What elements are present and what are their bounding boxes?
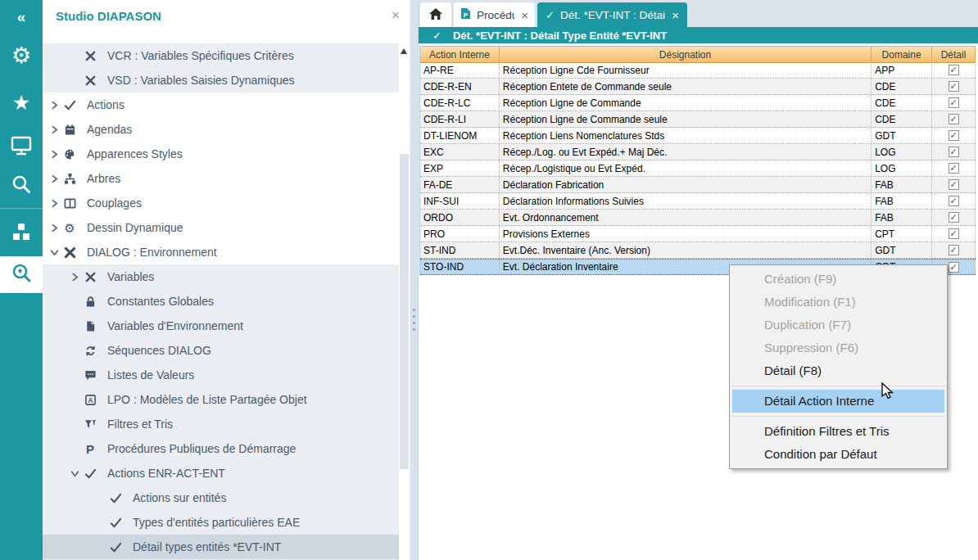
- detail-checkbox[interactable]: ✓: [949, 228, 959, 239]
- tree-item-dialog-env[interactable]: DIALOG : Environnement: [43, 240, 399, 264]
- tools-icon: [61, 246, 79, 259]
- table-row[interactable]: EXC Récep./Log. ou Evt Expéd.+ Maj Déc. …: [420, 144, 976, 160]
- detail-checkbox[interactable]: ✓: [949, 179, 959, 190]
- tree-item-listes[interactable]: Listes de Valeurs: [43, 363, 399, 387]
- sidebar-close-button[interactable]: ×: [392, 7, 400, 24]
- detail-checkbox[interactable]: ✓: [949, 97, 959, 108]
- table-row[interactable]: EXP Récep./Logistique ou Evt Expéd. LOG …: [420, 160, 976, 177]
- detail-checkbox[interactable]: ✓: [949, 196, 959, 206]
- tree-item-constantes[interactable]: Constantes Globales: [43, 289, 399, 314]
- chevron-right-icon[interactable]: [48, 125, 61, 134]
- letter-p-icon: P: [81, 442, 99, 456]
- table-row[interactable]: AP-RE Réception Ligne Cde Fournisseur AP…: [420, 62, 976, 79]
- table-row[interactable]: INF-SUI Déclaration Informations Suivies…: [420, 193, 976, 210]
- table-row[interactable]: ST-IND Evt.Déc. Inventaire (Anc. Version…: [420, 242, 976, 259]
- cell-domain: GDT: [872, 128, 932, 143]
- menu-item-definition-filtres[interactable]: Définition Filtres et Tris: [730, 420, 947, 443]
- cell-designation: Récep./Logistique ou Evt Expéd.: [500, 160, 872, 176]
- context-menu: Création (F9) Modification (F1) Duplicat…: [729, 264, 948, 469]
- cell-domain: LOG: [872, 160, 932, 176]
- rail-item-search[interactable]: [0, 175, 43, 196]
- rail-item-wheel[interactable]: ⚙: [0, 44, 43, 67]
- tab-detail-evt-int-active[interactable]: ✓ Dét. *EVT-INT : Détail Ty... ×: [537, 2, 687, 27]
- chevron-right-icon[interactable]: [48, 199, 61, 208]
- tree-item-couplages[interactable]: Couplages: [43, 191, 399, 215]
- tree-item-vcr[interactable]: VCR : Variables Spécifiques Critères: [43, 43, 399, 68]
- panel-splitter[interactable]: [410, 0, 419, 560]
- cell-code: CDE-R-LI: [420, 111, 500, 127]
- table-row[interactable]: FA-DE Déclaration Fabrication FAB ✓: [420, 177, 976, 193]
- rail-item-favorites[interactable]: ★: [0, 92, 43, 113]
- tree-item-label: Séquences DIALOG: [107, 344, 211, 357]
- detail-checkbox[interactable]: ✓: [949, 245, 959, 255]
- sidebar-scrollbar[interactable]: [399, 43, 410, 560]
- column-header[interactable]: Domaine: [872, 47, 932, 63]
- tree-item-arbres[interactable]: Arbres: [43, 166, 399, 191]
- tab-procedures[interactable]: P Procédures ×: [454, 2, 535, 27]
- monitor-icon: [11, 136, 32, 159]
- sidebar-title: Studio DIAPASON: [56, 9, 161, 23]
- tree-item-dessin[interactable]: ⚙Dessin Dynamique: [43, 215, 399, 240]
- tree-item-vsd[interactable]: VSD : Variables Saisies Dynamiques: [43, 68, 399, 93]
- detail-checkbox[interactable]: ✓: [949, 262, 959, 273]
- rail-item-screens[interactable]: [0, 137, 43, 158]
- actions-table: Action Interne Désignation Domaine Détai…: [419, 46, 976, 275]
- cell-designation: Réception Ligne Cde Fournisseur: [500, 62, 872, 78]
- cell-code: ORDO: [420, 210, 500, 225]
- rail-item-modules[interactable]: [0, 223, 43, 244]
- chevron-right-icon[interactable]: [48, 150, 61, 159]
- detail-checkbox[interactable]: ✓: [949, 65, 959, 75]
- table-row[interactable]: PRO Provisions Externes CPT ✓: [420, 226, 976, 242]
- collapse-sidebar-button[interactable]: «: [0, 7, 43, 26]
- close-icon[interactable]: ×: [514, 9, 528, 21]
- rail-item-search-location[interactable]: [0, 256, 43, 293]
- tree-item-actions-enr[interactable]: Actions ENR-ACT-ENT: [43, 461, 399, 485]
- tree-item-variables-env[interactable]: Variables d'Environnement: [43, 314, 399, 338]
- detail-checkbox[interactable]: ✓: [949, 212, 959, 223]
- menu-item-detail[interactable]: Détail (F8): [730, 359, 947, 382]
- cell-code: EXC: [420, 144, 500, 160]
- table-row[interactable]: CDE-R-LI Réception Ligne de Commande seu…: [420, 111, 976, 128]
- tree-item-label: Détail types entités *EVT-INT: [133, 540, 281, 553]
- detail-checkbox[interactable]: ✓: [949, 147, 959, 157]
- tree-item-label: VCR : Variables Spécifiques Critères: [107, 49, 294, 62]
- tab-home[interactable]: [420, 2, 451, 27]
- tree-item-procedures-pub[interactable]: PProcédures Publiques de Démarrage: [43, 436, 399, 461]
- document-a-icon: A: [81, 394, 99, 406]
- close-icon[interactable]: ×: [665, 9, 679, 21]
- tree-item-variables[interactable]: Variables: [43, 264, 399, 289]
- tree-item-actions[interactable]: Actions: [43, 93, 399, 117]
- chevron-right-icon[interactable]: [48, 101, 61, 110]
- chevron-right-icon[interactable]: [48, 174, 61, 183]
- table-row[interactable]: DT-LIENOM Réception Liens Nomenclatures …: [420, 128, 976, 144]
- column-header[interactable]: Désignation: [500, 47, 872, 63]
- tree-item-types-eae[interactable]: Types d'entités particulières EAE: [43, 510, 399, 535]
- menu-item-condition-defaut[interactable]: Condition par Défaut: [730, 443, 947, 466]
- detail-checkbox[interactable]: ✓: [949, 81, 959, 92]
- detail-checkbox[interactable]: ✓: [949, 163, 959, 174]
- tree-item-filtres[interactable]: Filtres et Tris: [43, 412, 399, 436]
- chevron-down-icon[interactable]: [68, 469, 81, 478]
- search-location-icon: [11, 263, 32, 287]
- table-row[interactable]: CDE-R-LC Réception Ligne de Commande CDE…: [420, 95, 976, 111]
- scrollbar-thumb[interactable]: [400, 154, 409, 469]
- tree-item-agendas[interactable]: Agendas: [43, 117, 399, 142]
- tree-item-apparences[interactable]: Apparences Styles: [43, 142, 399, 166]
- tree-item-sequences[interactable]: Séquences DIALOG: [43, 338, 399, 363]
- cell-designation: Déclaration Fabrication: [500, 177, 872, 192]
- tree-item-actions-entites[interactable]: Actions sur entités: [43, 485, 399, 510]
- menu-item-detail-action-interne[interactable]: Détail Action Interne: [732, 390, 944, 413]
- table-row[interactable]: ORDO Evt. Ordonnancement FAB ✓: [420, 210, 976, 226]
- scrollbar-up-arrow-icon[interactable]: [401, 48, 407, 54]
- detail-checkbox[interactable]: ✓: [949, 114, 959, 124]
- detail-checkbox[interactable]: ✓: [949, 130, 959, 141]
- column-header[interactable]: Détail: [932, 47, 976, 63]
- chevron-right-icon[interactable]: [48, 224, 61, 233]
- chevron-down-icon[interactable]: [48, 248, 61, 257]
- column-header[interactable]: Action Interne: [420, 47, 500, 63]
- tree-item-detail-types-selected[interactable]: Détail types entités *EVT-INT: [43, 535, 404, 559]
- check-icon: ✓: [546, 9, 555, 21]
- chevron-right-icon[interactable]: [68, 273, 81, 282]
- table-row[interactable]: CDE-R-EN Réception Entete de Commande se…: [420, 79, 976, 95]
- tree-item-lpo[interactable]: ALPO : Modèles de Liste Partagée Objet: [43, 387, 399, 412]
